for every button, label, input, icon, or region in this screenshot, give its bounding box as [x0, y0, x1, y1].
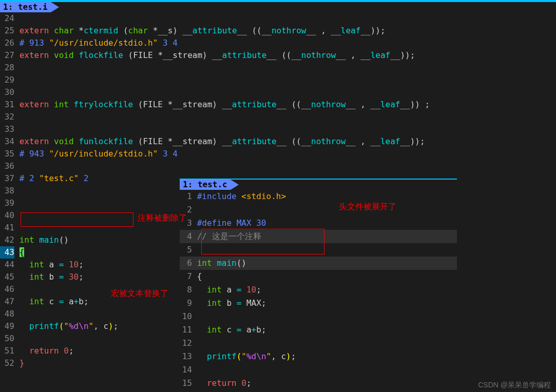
line-number: 51: [0, 345, 14, 357]
code-line[interactable]: 36: [0, 160, 556, 172]
token: [20, 321, 29, 331]
code-line[interactable]: 33: [0, 123, 556, 135]
code-line[interactable]: 8 int a = 10;: [180, 283, 457, 297]
token: funlockfile: [79, 136, 133, 146]
line-number: 47: [0, 296, 14, 308]
token: b: [49, 272, 59, 282]
code-line[interactable]: 29: [0, 74, 556, 86]
token: __ ((__: [277, 136, 311, 146]
token: nothrow: [311, 136, 346, 146]
code-line[interactable]: 12: [180, 337, 457, 350]
token: leaf: [380, 100, 400, 109]
token: ctermid: [84, 26, 118, 35]
line-number: 28: [0, 62, 14, 74]
token: b;: [256, 325, 266, 335]
code-line[interactable]: 27 extern void flockfile (FILE *__stream…: [0, 49, 556, 62]
token: ": [266, 351, 272, 361]
code-line[interactable]: 9 int b = MAX;: [180, 297, 457, 310]
code-line[interactable]: 10: [180, 310, 457, 323]
token: "/usr/include/stdio.h": [49, 149, 158, 159]
token: ;: [113, 321, 119, 331]
line-number: 41: [0, 222, 14, 234]
token: ftrylockfile: [74, 100, 133, 109]
token: ;: [69, 346, 74, 356]
tab-test-c[interactable]: 1: test.c: [180, 180, 231, 190]
line-number: 31: [0, 99, 14, 111]
token: int: [20, 235, 40, 245]
token: __ ((__: [277, 100, 311, 109]
code-line[interactable]: 1 #include <stdio.h>: [180, 190, 457, 203]
token: __ , __: [306, 26, 340, 35]
token: attribute: [232, 136, 277, 146]
line-number: 24: [0, 12, 14, 25]
token: [197, 298, 207, 308]
code-line[interactable]: 2: [180, 203, 457, 217]
code-line[interactable]: 32: [0, 111, 556, 123]
token: [20, 346, 29, 356]
token: int: [29, 297, 49, 306]
code-line[interactable]: 14: [180, 363, 457, 377]
line-number: 35: [0, 148, 14, 160]
code-line[interactable]: 13 printf("%d\n", c);: [180, 350, 457, 363]
token: ): [286, 351, 291, 361]
code-line[interactable]: 28: [0, 62, 556, 74]
code-line[interactable]: 7 {: [180, 270, 457, 283]
tab-test-i[interactable]: 1: test.i: [0, 2, 51, 12]
token: a: [241, 325, 251, 335]
code-line[interactable]: 24: [0, 12, 556, 25]
token: MAX;: [241, 298, 266, 308]
code-line[interactable]: 31 extern int ftrylockfile (FILE *__stre…: [0, 99, 556, 111]
code-line[interactable]: 30: [0, 86, 556, 99]
token: leaf: [341, 26, 361, 35]
code-line[interactable]: 15 return 0;: [180, 377, 457, 390]
token: <stdio.h>: [241, 191, 286, 201]
token: a: [49, 260, 59, 269]
annotation-box-comment-deleted: [21, 212, 133, 227]
code-line[interactable]: 6 int main(): [180, 257, 457, 270]
token: (: [237, 351, 242, 361]
token: int: [197, 258, 217, 268]
code-line[interactable]: 26 # 913 "/usr/include/stdio.h" 3 4: [0, 37, 556, 49]
line-number: 12: [180, 337, 192, 350]
token: printf: [29, 321, 59, 331]
annotation-comment-deleted: 注释被删除了: [138, 213, 187, 224]
code-line[interactable]: 3 #define MAX 30: [180, 217, 457, 230]
token: nothrow: [311, 100, 346, 109]
token: [197, 378, 207, 388]
line-number: 45: [0, 271, 14, 283]
token: # 943: [20, 149, 49, 159]
line-number: 40: [0, 209, 14, 222]
token: leaf: [380, 136, 400, 146]
token: int: [207, 285, 227, 295]
token: __));: [400, 136, 425, 146]
token: =: [237, 298, 242, 308]
line-number: 48: [0, 308, 14, 320]
line-number: 14: [180, 363, 192, 377]
overlay-editor[interactable]: 1 #include <stdio.h>2 3 #define MAX 304 …: [180, 190, 457, 390]
code-line[interactable]: 11 int c = a+b;: [180, 323, 457, 337]
token: int: [29, 260, 49, 269]
line-number: 11: [180, 323, 192, 337]
token: }: [20, 358, 25, 368]
line-number: 25: [0, 25, 14, 37]
line-number: 26: [0, 37, 14, 49]
code-line[interactable]: 35 # 943 "/usr/include/stdio.h" 3 4: [0, 148, 556, 160]
token: (): [59, 235, 69, 245]
token: [197, 351, 207, 361]
token: =: [237, 325, 242, 335]
token: {: [197, 271, 202, 281]
token: (: [118, 26, 128, 35]
token: 3 4: [158, 38, 178, 48]
token: +: [74, 297, 79, 306]
line-number: 15: [180, 377, 192, 390]
token: 2: [79, 173, 88, 183]
token: int: [54, 100, 74, 109]
code-line[interactable]: 25 extern char *ctermid (char *__s) __at…: [0, 25, 556, 37]
token: return: [207, 378, 241, 388]
token: *__s) __: [148, 26, 193, 35]
line-number: 5: [180, 243, 192, 257]
line-number: 8: [180, 283, 192, 297]
token: =: [59, 260, 64, 269]
token: int: [29, 272, 49, 282]
code-line[interactable]: 34 extern void funlockfile (FILE *__stre…: [0, 135, 556, 148]
